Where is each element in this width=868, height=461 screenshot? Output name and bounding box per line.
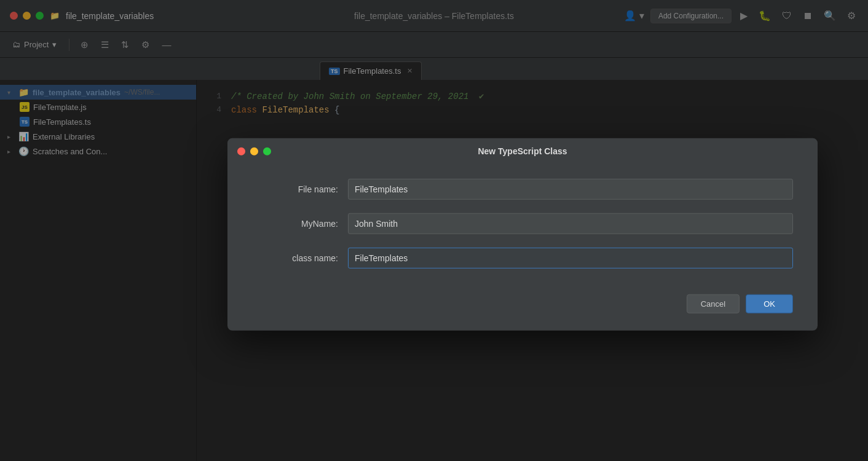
dialog-close-button[interactable]	[237, 147, 245, 155]
dialog-minimize-button[interactable]	[250, 147, 258, 155]
new-typescript-class-dialog: New TypeScript Class File name: MyName: …	[227, 138, 818, 331]
my-name-label: MyName:	[252, 219, 338, 229]
dialog-maximize-button[interactable]	[263, 147, 271, 155]
dialog-titlebar: New TypeScript Class	[227, 138, 818, 164]
file-name-input[interactable]	[348, 179, 793, 200]
class-name-label: class name:	[252, 253, 338, 263]
cancel-button[interactable]: Cancel	[687, 294, 740, 313]
dialog-window-controls	[237, 147, 271, 155]
class-name-input[interactable]	[348, 248, 793, 269]
ok-button[interactable]: OK	[746, 294, 793, 313]
file-name-row: File name:	[252, 179, 793, 200]
class-name-row: class name:	[252, 248, 793, 269]
dialog-title: New TypeScript Class	[478, 146, 567, 156]
my-name-row: MyName:	[252, 213, 793, 234]
dialog-body: File name: MyName: class name:	[227, 164, 818, 269]
dialog-footer: Cancel OK	[227, 282, 818, 313]
file-name-label: File name:	[252, 184, 338, 194]
my-name-input[interactable]	[348, 213, 793, 234]
